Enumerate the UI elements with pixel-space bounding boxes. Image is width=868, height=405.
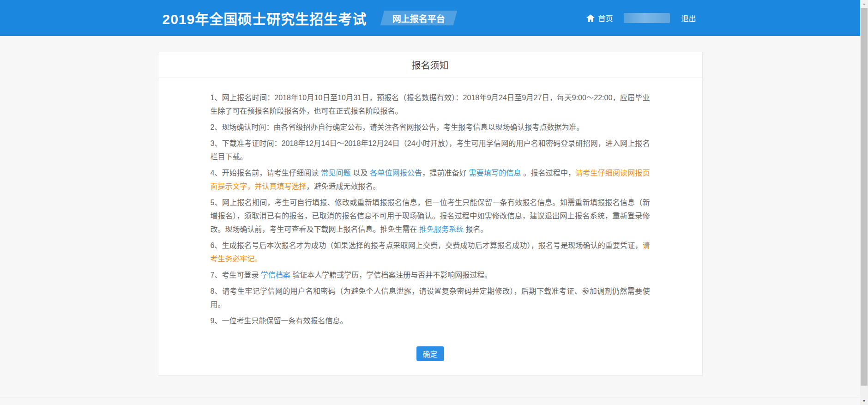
notice-panel: 报名须知 1、网上报名时间：2018年10月10日至10月31日，预报名（报名数… — [158, 52, 703, 376]
notice-text: ，提前准备好 — [422, 169, 469, 177]
scrollbar-thumb[interactable] — [861, 8, 868, 386]
inline-link[interactable]: 需要填写的信息 — [469, 169, 521, 177]
notice-text: 以及 — [351, 169, 370, 177]
notice-item: 7、考生可登录 学信档案 验证本人学籍或学历，学信档案注册与否并不影响网报过程。 — [211, 268, 650, 282]
inline-link[interactable]: 常见问题 — [321, 169, 351, 177]
logout-link[interactable]: 退出 — [681, 12, 696, 24]
notice-text: 4、开始报名前，请考生仔细阅读 — [211, 169, 321, 177]
header-nav: 首页 退出 — [586, 12, 696, 24]
notice-item: 6、生成报名号后本次报名才为成功（如果选择的报考点采取网上交费，交费成功后才算报… — [211, 239, 650, 266]
notice-text: 9、一位考生只能保留一条有效报名信息。 — [211, 317, 348, 325]
notice-item: 4、开始报名前，请考生仔细阅读 常见问题 以及 各单位网报公告，提前准备好 需要… — [211, 166, 650, 193]
scrollbar-down-arrow-icon[interactable]: ▼ — [860, 397, 868, 405]
notice-text: 2、现场确认时间：由各省级招办自行确定公布，请关注各省网报公告，考生报考信息以现… — [211, 123, 584, 131]
notice-item: 1、网上报名时间：2018年10月10日至10月31日，预报名（报名数据有效）：… — [211, 91, 650, 118]
notice-panel-header: 报名须知 — [158, 52, 702, 78]
browser-scrollbar[interactable]: ▲ ▼ — [860, 0, 868, 405]
notice-list: 1、网上报名时间：2018年10月10日至10月31日，预报名（报名数据有效）：… — [211, 91, 650, 327]
notice-text: 3、下载准考证时间：2018年12月14日～2018年12月24日（24小时开放… — [211, 139, 650, 161]
platform-badge: 网上报名平台 — [380, 11, 458, 25]
notice-text: 。报名过程中， — [521, 169, 576, 177]
notice-item: 2、现场确认时间：由各省级招办自行确定公布，请关注各省网报公告，考生报考信息以现… — [211, 121, 650, 134]
notice-text: 7、考生可登录 — [211, 271, 261, 279]
notice-item: 9、一位考生只能保留一条有效报名信息。 — [211, 314, 650, 327]
app-header: 2019年全国硕士研究生招生考试 网上报名平台 首页 退出 — [0, 0, 860, 36]
notice-text: 6、生成报名号后本次报名才为成功（如果选择的报考点采取网上交费，交费成功后才算报… — [211, 242, 643, 249]
site-title: 2019年全国硕士研究生招生考试 — [163, 8, 367, 28]
nav-home-link[interactable]: 首页 — [586, 12, 613, 24]
confirm-button[interactable]: 确定 — [416, 346, 444, 361]
notice-item: 8、请考生牢记学信网的用户名和密码（为避免个人信息泄露，请设置复杂密码并定期修改… — [211, 284, 650, 311]
home-icon — [586, 14, 595, 22]
username-redacted — [624, 13, 670, 23]
header-inner: 2019年全国硕士研究生招生考试 网上报名平台 首页 退出 — [158, 0, 703, 36]
confirm-row: 确定 — [211, 346, 650, 361]
notice-text: 1、网上报名时间：2018年10月10日至10月31日，预报名（报名数据有效）：… — [211, 94, 650, 115]
notice-text: 验证本人学籍或学历，学信档案注册与否并不影响网报过程。 — [290, 271, 492, 279]
notice-text: 8、请考生牢记学信网的用户名和密码（为避免个人信息泄露，请设置复杂密码并定期修改… — [211, 287, 650, 308]
notice-panel-body: 1、网上报名时间：2018年10月10日至10月31日，预报名（报名数据有效）：… — [158, 78, 702, 375]
inline-link[interactable]: 推免服务系统 — [419, 225, 464, 233]
scrollbar-up-arrow-icon[interactable]: ▲ — [860, 0, 868, 8]
inline-link[interactable]: 学信档案 — [261, 271, 290, 279]
nav-home-label: 首页 — [598, 12, 613, 24]
notice-item: 5、网上报名期间，考生可自行填报、修改或重新填报报名信息，但一位考生只能保留一条… — [211, 196, 650, 236]
inline-link[interactable]: 各单位网报公告 — [370, 169, 422, 177]
main-content: 报名须知 1、网上报名时间：2018年10月10日至10月31日，预报名（报名数… — [0, 36, 860, 376]
platform-badge-label: 网上报名平台 — [392, 12, 445, 24]
notice-text: ，避免造成无效报名。 — [307, 182, 380, 190]
notice-item: 3、下载准考证时间：2018年12月14日～2018年12月24日（24小时开放… — [211, 137, 650, 163]
notice-title: 报名须知 — [412, 58, 449, 72]
notice-text: 报名。 — [464, 225, 488, 233]
page: 2019年全国硕士研究生招生考试 网上报名平台 首页 退出 报名须知 — [0, 0, 860, 405]
page-footer: 指导单位：教育部高校学生司主办单位：全国高等学校学生信息咨询与就业指导中心Cop… — [0, 398, 860, 405]
